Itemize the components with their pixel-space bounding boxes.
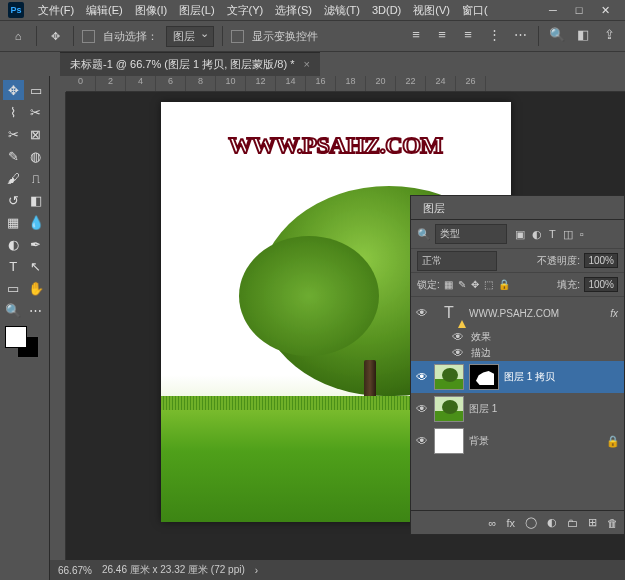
ruler-vertical[interactable] <box>50 92 66 560</box>
visibility-toggle[interactable]: 👁 <box>451 346 465 360</box>
fx-indicator[interactable]: fx <box>610 308 618 319</box>
crop-tool[interactable]: ✂ <box>3 124 24 144</box>
layer-row-text[interactable]: 👁 T WWW.PSAHZ.COM fx <box>411 297 624 329</box>
link-layers-icon[interactable]: ∞ <box>489 517 497 529</box>
search-icon[interactable]: 🔍 <box>417 228 431 241</box>
layer-row-masked[interactable]: 👁 图层 1 拷贝 <box>411 361 624 393</box>
layer-row-image[interactable]: 👁 图层 1 <box>411 393 624 425</box>
ruler-origin[interactable] <box>50 76 66 92</box>
visibility-toggle[interactable]: 👁 <box>415 370 429 384</box>
opacity-input[interactable]: 100% <box>584 253 618 268</box>
filter-type-select[interactable]: 类型 <box>435 224 507 244</box>
align-icon[interactable]: ≡ <box>408 26 424 42</box>
panel-icon[interactable]: ◧ <box>575 26 591 42</box>
hand-tool[interactable]: ✋ <box>26 278 47 298</box>
visibility-toggle[interactable]: 👁 <box>415 434 429 448</box>
menu-edit[interactable]: 编辑(E) <box>82 1 127 20</box>
document-tab[interactable]: 未标题-1 @ 66.7% (图层 1 拷贝, 图层蒙版/8) * × <box>60 52 320 76</box>
menu-file[interactable]: 文件(F) <box>34 1 78 20</box>
mask-icon[interactable]: ◯ <box>525 516 537 529</box>
auto-select-target[interactable]: 图层 <box>166 26 214 47</box>
spot-heal-tool[interactable]: ◍ <box>26 146 47 166</box>
lock-artboard-icon[interactable]: ⬚ <box>484 279 493 290</box>
mask-thumbnail[interactable] <box>469 364 499 390</box>
eraser-tool[interactable]: ◧ <box>26 190 47 210</box>
move-tool[interactable]: ✥ <box>3 80 24 100</box>
auto-select-checkbox[interactable] <box>82 30 95 43</box>
stamp-tool[interactable]: ⎍ <box>26 168 47 188</box>
dodge-tool[interactable]: ◐ <box>3 234 24 254</box>
layer-thumbnail[interactable] <box>434 364 464 390</box>
menu-select[interactable]: 选择(S) <box>271 1 316 20</box>
layer-fx-stroke[interactable]: 👁 描边 <box>411 345 624 361</box>
menu-3d[interactable]: 3D(D) <box>368 2 405 18</box>
close-button[interactable]: ✕ <box>593 2 617 18</box>
layer-fx-icon[interactable]: fx <box>506 517 515 529</box>
pen-tool[interactable]: ✒ <box>26 234 47 254</box>
visibility-toggle[interactable]: 👁 <box>451 330 465 344</box>
path-select-tool[interactable]: ↖ <box>26 256 47 276</box>
search-icon[interactable]: 🔍 <box>549 26 565 42</box>
maximize-button[interactable]: □ <box>567 2 591 18</box>
menu-image[interactable]: 图像(I) <box>131 1 171 20</box>
menu-layer[interactable]: 图层(L) <box>175 1 218 20</box>
share-icon[interactable]: ⇪ <box>601 26 617 42</box>
marquee-tool[interactable]: ▭ <box>26 80 47 100</box>
layer-fx-header[interactable]: 👁 效果 <box>411 329 624 345</box>
lock-all-icon[interactable]: 🔒 <box>498 279 510 290</box>
layer-name[interactable]: WWW.PSAHZ.COM <box>469 308 605 319</box>
adjustment-icon[interactable]: ◐ <box>547 516 557 529</box>
delete-icon[interactable]: 🗑 <box>607 517 618 529</box>
foreground-swatch[interactable] <box>5 326 27 348</box>
layer-name[interactable]: 图层 1 拷贝 <box>504 370 620 384</box>
more-icon[interactable]: ⋯ <box>512 26 528 42</box>
zoom-level[interactable]: 66.67% <box>58 565 92 576</box>
new-layer-icon[interactable]: ⊞ <box>588 516 597 529</box>
frame-tool[interactable]: ⊠ <box>26 124 47 144</box>
blend-mode-select[interactable]: 正常 <box>417 251 497 271</box>
layer-row-background[interactable]: 👁 背景 🔒 <box>411 425 624 457</box>
align-icon[interactable]: ≡ <box>434 26 450 42</box>
fill-input[interactable]: 100% <box>584 277 618 292</box>
gradient-tool[interactable]: ▦ <box>3 212 24 232</box>
layer-name[interactable]: 图层 1 <box>469 402 620 416</box>
menu-filter[interactable]: 滤镜(T) <box>320 1 364 20</box>
distribute-icon[interactable]: ⋮ <box>486 26 502 42</box>
layer-thumbnail[interactable] <box>434 396 464 422</box>
tab-close-icon[interactable]: × <box>304 58 310 70</box>
shape-tool[interactable]: ▭ <box>3 278 24 298</box>
filter-type-icon[interactable]: T <box>549 228 556 241</box>
menu-window[interactable]: 窗口( <box>458 1 492 20</box>
layer-name[interactable]: 背景 <box>469 434 601 448</box>
group-icon[interactable]: 🗀 <box>567 517 578 529</box>
align-icon[interactable]: ≡ <box>460 26 476 42</box>
quick-select-tool[interactable]: ✂ <box>26 102 47 122</box>
ruler-horizontal[interactable]: 0 2 4 6 8 10 12 14 16 18 20 22 24 26 <box>66 76 625 92</box>
home-icon[interactable]: ⌂ <box>8 26 28 46</box>
filter-shape-icon[interactable]: ◫ <box>563 228 573 241</box>
minimize-button[interactable]: ─ <box>541 2 565 18</box>
lasso-tool[interactable]: ⌇ <box>3 102 24 122</box>
filter-adjust-icon[interactable]: ◐ <box>532 228 542 241</box>
edit-toolbar[interactable]: ⋯ <box>26 300 47 320</box>
filter-smart-icon[interactable]: ▫ <box>580 228 584 241</box>
lock-position-icon[interactable]: ✥ <box>471 279 479 290</box>
type-tool[interactable]: T <box>3 256 24 276</box>
layers-tab[interactable]: 图层 <box>411 196 457 219</box>
zoom-tool[interactable]: 🔍 <box>3 300 24 320</box>
blur-tool[interactable]: 💧 <box>26 212 47 232</box>
color-swatches[interactable] <box>3 326 43 362</box>
menu-view[interactable]: 视图(V) <box>409 1 454 20</box>
eyedropper-tool[interactable]: ✎ <box>3 146 24 166</box>
filter-pixel-icon[interactable]: ▣ <box>515 228 525 241</box>
visibility-toggle[interactable]: 👁 <box>415 306 429 320</box>
show-transform-checkbox[interactable] <box>231 30 244 43</box>
menu-type[interactable]: 文字(Y) <box>223 1 268 20</box>
layer-thumbnail[interactable] <box>434 428 464 454</box>
visibility-toggle[interactable]: 👁 <box>415 402 429 416</box>
lock-pixels-icon[interactable]: ▦ <box>444 279 453 290</box>
history-brush-tool[interactable]: ↺ <box>3 190 24 210</box>
status-chevron-icon[interactable]: › <box>255 565 258 576</box>
lock-paint-icon[interactable]: ✎ <box>458 279 466 290</box>
brush-tool[interactable]: 🖌 <box>3 168 24 188</box>
